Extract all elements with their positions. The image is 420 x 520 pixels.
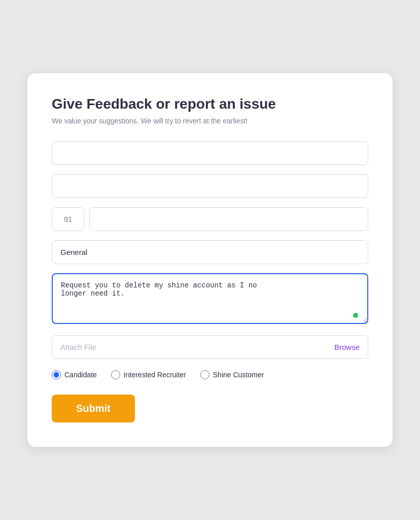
attach-label: Attach File [60, 343, 96, 351]
radio-recruiter[interactable]: Interested Recruiter [111, 370, 186, 379]
phone-number-input[interactable] [89, 207, 368, 231]
message-wrapper: Request you to delete my shine account a… [52, 273, 368, 326]
attach-file-field: Attach File Browse [52, 335, 368, 359]
radio-customer[interactable]: Shine Customer [200, 370, 264, 379]
radio-recruiter-label: Interested Recruiter [124, 371, 186, 379]
radio-customer-label: Shine Customer [213, 371, 264, 379]
message-textarea[interactable]: Request you to delete my shine account a… [52, 273, 368, 324]
radio-candidate-input[interactable] [52, 370, 61, 379]
radio-candidate[interactable]: Candidate [52, 370, 97, 379]
page-title: Give Feedback or report an issue [52, 95, 368, 113]
browse-button[interactable]: Browse [334, 343, 360, 351]
email-input[interactable] [52, 174, 368, 198]
name-field-wrapper [52, 141, 368, 165]
radio-candidate-label: Candidate [64, 371, 97, 379]
feedback-card: Give Feedback or report an issue We valu… [27, 73, 393, 447]
radio-recruiter-input[interactable] [111, 370, 120, 379]
radio-group: Candidate Interested Recruiter Shine Cus… [52, 370, 368, 379]
submit-button[interactable]: Submit [52, 395, 135, 422]
category-field-wrapper [52, 240, 368, 264]
name-input[interactable] [52, 141, 368, 165]
radio-customer-input[interactable] [200, 370, 209, 379]
category-input[interactable] [52, 240, 368, 264]
phone-row [52, 207, 368, 231]
page-subtitle: We value your suggestions. We will try t… [52, 117, 368, 125]
phone-code-input[interactable] [52, 207, 84, 231]
email-field-wrapper [52, 174, 368, 198]
